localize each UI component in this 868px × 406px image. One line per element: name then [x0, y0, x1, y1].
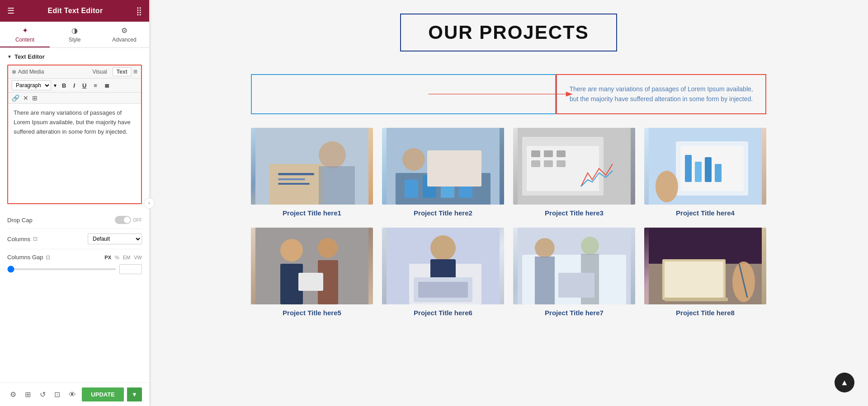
preview-button[interactable]: 👁	[66, 389, 79, 401]
svg-rect-25	[544, 160, 553, 167]
history-button[interactable]: ↺	[37, 388, 48, 401]
grid-icon[interactable]: ⣿	[136, 6, 142, 16]
columns-select[interactable]: Default	[88, 233, 142, 244]
gap-label-row: Columns Gap ⊡ PX % EM VW	[7, 254, 142, 261]
drop-cap-track[interactable]	[115, 216, 131, 224]
svg-point-44	[430, 235, 456, 261]
section-arrow-icon: ▼	[7, 54, 12, 59]
drop-cap-state: OFF	[133, 218, 142, 223]
page-title-box: OUR PROJECTS	[400, 14, 617, 51]
right-content: OUR PROJECTS There are many variations o…	[149, 0, 868, 406]
add-media-label: Add Media	[18, 69, 44, 75]
svg-rect-31	[695, 162, 702, 182]
svg-rect-33	[715, 164, 722, 182]
svg-rect-58	[665, 261, 723, 298]
tab-advanced-label: Advanced	[112, 37, 136, 43]
columns-gap-label: Columns Gap	[7, 254, 43, 261]
italic-button[interactable]: I	[71, 81, 78, 90]
desc-right-box: There are many variations of passages of…	[556, 74, 766, 114]
svg-rect-23	[557, 150, 566, 157]
svg-point-39	[318, 238, 338, 258]
project-title-2: Project Title here2	[414, 209, 472, 217]
editor-toolbar-top: ⊕ Add Media Visual Text ≡	[8, 65, 141, 79]
project-img-svg-2	[382, 128, 504, 205]
settings-button[interactable]: ⚙	[7, 388, 19, 401]
panel-tabs: ✦ Content ◑ Style ⚙ Advanced	[0, 22, 149, 48]
drop-cap-toggle[interactable]: OFF	[115, 216, 142, 224]
page-title-wrapper: OUR PROJECTS	[251, 14, 766, 65]
projects-grid-row1: Project Title here1 Project Title	[251, 128, 766, 217]
text-view-button[interactable]: Text	[113, 67, 132, 76]
svg-rect-17	[427, 150, 481, 187]
project-card-4: Project Title here4	[644, 128, 766, 217]
desc-left-box	[251, 74, 556, 114]
ordered-list-button[interactable]: ≣	[102, 81, 112, 90]
style-tab-icon: ◑	[71, 26, 78, 35]
responsive-button[interactable]: ⊡	[52, 388, 63, 401]
visual-view-button[interactable]: Visual	[89, 68, 110, 76]
page-section: OUR PROJECTS There are many variations o…	[251, 14, 766, 317]
project-card-2: Project Title here2	[382, 128, 504, 217]
columns-label: Columns	[7, 236, 30, 243]
project-image-5	[251, 228, 373, 304]
layers-button[interactable]: ⊞	[22, 388, 33, 401]
project-card-1: Project Title here1	[251, 128, 373, 217]
project-img-svg-7	[513, 228, 635, 304]
text-editor-box: ⊕ Add Media Visual Text ≡ Paragraph Head…	[7, 65, 142, 204]
gap-value-input[interactable]	[119, 264, 142, 274]
tab-style-label: Style	[69, 37, 81, 43]
project-image-4	[644, 128, 766, 205]
hamburger-icon[interactable]: ☰	[7, 6, 14, 16]
editor-text: There are many variations of passages of…	[14, 109, 131, 135]
update-button[interactable]: UPDATE	[82, 387, 123, 401]
project-title-4: Project Title here4	[676, 209, 735, 217]
collapse-handle[interactable]: ‹	[144, 198, 155, 209]
tab-advanced[interactable]: ⚙ Advanced	[99, 22, 149, 47]
advanced-tab-icon: ⚙	[121, 26, 127, 35]
gap-unit-percent[interactable]: %	[115, 255, 119, 260]
project-title-1: Project Title here1	[283, 209, 341, 217]
svg-rect-6	[278, 178, 305, 180]
scroll-to-top-button[interactable]: ▲	[835, 373, 854, 392]
svg-rect-47	[418, 282, 468, 298]
dropdown-arrow-icon: ▼	[53, 83, 57, 88]
columns-row: Columns ⊡ Default	[7, 229, 142, 249]
svg-rect-32	[705, 157, 712, 182]
toolbar-menu-button[interactable]: ≡	[133, 68, 137, 76]
svg-point-8	[319, 141, 346, 168]
dismiss-button[interactable]: ✕	[23, 94, 28, 102]
scroll-top-icon: ▲	[840, 378, 849, 387]
left-panel: ☰ Edit Text Editor ⣿ ✦ Content ◑ Style ⚙…	[0, 0, 149, 406]
add-media-button[interactable]: ⊕ Add Media	[12, 69, 44, 75]
gap-units: PX % EM VW	[104, 255, 142, 260]
unordered-list-button[interactable]: ≡	[91, 81, 100, 90]
section-title: Text Editor	[14, 53, 45, 60]
svg-rect-30	[685, 155, 692, 182]
svg-point-37	[280, 239, 303, 261]
drop-cap-row: Drop Cap OFF	[7, 211, 142, 229]
project-img-svg-1	[251, 128, 373, 205]
columns-responsive-icon: ⊡	[33, 236, 38, 242]
gap-unit-px[interactable]: PX	[104, 255, 111, 260]
svg-rect-26	[557, 160, 566, 167]
editor-toolbar-format: Paragraph Heading 1 Heading 2 ▼ B I U ≡ …	[8, 79, 141, 93]
underline-button[interactable]: U	[80, 81, 89, 90]
gap-unit-em[interactable]: EM	[123, 255, 131, 260]
add-media-icon: ⊕	[12, 69, 16, 75]
project-card-5: Project Title here5	[251, 228, 373, 317]
content-tab-icon: ✦	[22, 26, 28, 35]
gap-slider[interactable]	[7, 268, 116, 270]
svg-rect-51	[535, 257, 555, 304]
table-button[interactable]: ⊞	[32, 94, 38, 102]
bold-button[interactable]: B	[59, 81, 69, 90]
update-arrow-button[interactable]: ▼	[127, 387, 142, 401]
editor-content-area[interactable]: There are many variations of passages of…	[8, 104, 141, 203]
gap-unit-vw[interactable]: VW	[134, 255, 142, 260]
editor-view-buttons: Visual Text ≡	[89, 67, 137, 76]
svg-rect-7	[278, 183, 310, 185]
tab-style[interactable]: ◑ Style	[50, 22, 99, 47]
project-title-6: Project Title here6	[414, 309, 472, 317]
tab-content[interactable]: ✦ Content	[0, 22, 50, 47]
link-button[interactable]: 🔗	[12, 94, 19, 102]
paragraph-format-select[interactable]: Paragraph Heading 1 Heading 2	[12, 80, 51, 90]
